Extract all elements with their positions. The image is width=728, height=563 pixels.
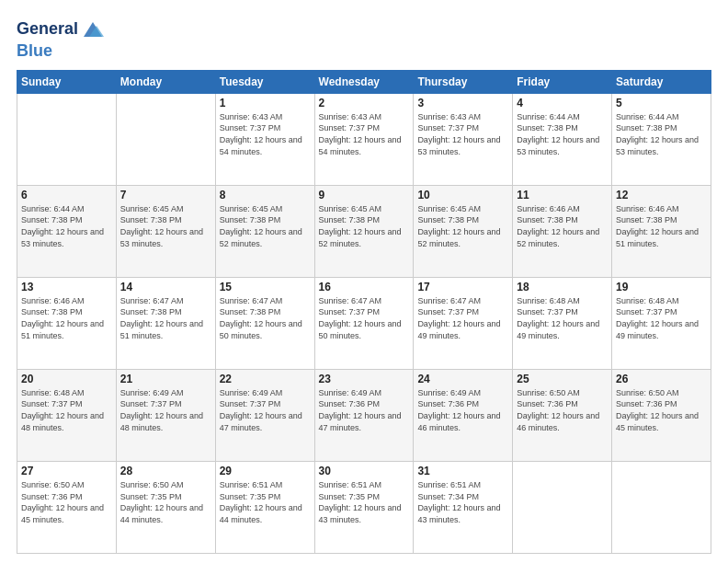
day-number: 30 (319, 465, 410, 477)
calendar-cell: 21Sunrise: 6:49 AMSunset: 7:37 PMDayligh… (116, 369, 215, 461)
day-number: 22 (220, 373, 311, 385)
day-number: 24 (417, 373, 508, 385)
calendar-week-2: 6Sunrise: 6:44 AMSunset: 7:38 PMDaylight… (17, 185, 711, 277)
calendar-week-1: 1Sunrise: 6:43 AMSunset: 7:37 PMDaylight… (17, 93, 711, 185)
header: General Blue (17, 17, 711, 61)
day-number: 9 (319, 189, 410, 201)
day-number: 29 (220, 465, 311, 477)
calendar-cell: 22Sunrise: 6:49 AMSunset: 7:37 PMDayligh… (215, 369, 314, 461)
calendar-header-saturday: Saturday (612, 70, 711, 93)
day-number: 2 (319, 97, 410, 109)
calendar-cell: 18Sunrise: 6:48 AMSunset: 7:37 PMDayligh… (513, 277, 612, 369)
calendar-cell: 8Sunrise: 6:45 AMSunset: 7:38 PMDaylight… (215, 185, 314, 277)
day-number: 6 (21, 189, 112, 201)
day-info: Sunrise: 6:47 AMSunset: 7:38 PMDaylight:… (120, 295, 211, 341)
calendar-cell: 19Sunrise: 6:48 AMSunset: 7:37 PMDayligh… (612, 277, 711, 369)
day-info: Sunrise: 6:49 AMSunset: 7:37 PMDaylight:… (220, 387, 311, 433)
calendar-cell: 10Sunrise: 6:45 AMSunset: 7:38 PMDayligh… (414, 185, 513, 277)
day-info: Sunrise: 6:45 AMSunset: 7:38 PMDaylight:… (120, 203, 211, 249)
day-info: Sunrise: 6:47 AMSunset: 7:37 PMDaylight:… (319, 295, 410, 341)
day-info: Sunrise: 6:48 AMSunset: 7:37 PMDaylight:… (21, 387, 112, 433)
calendar-cell: 23Sunrise: 6:49 AMSunset: 7:36 PMDayligh… (314, 369, 414, 461)
day-info: Sunrise: 6:43 AMSunset: 7:37 PMDaylight:… (319, 111, 410, 157)
day-info: Sunrise: 6:45 AMSunset: 7:38 PMDaylight:… (319, 203, 410, 249)
day-number: 7 (120, 189, 211, 201)
calendar-cell: 26Sunrise: 6:50 AMSunset: 7:36 PMDayligh… (612, 369, 711, 461)
calendar-cell: 3Sunrise: 6:43 AMSunset: 7:37 PMDaylight… (414, 93, 513, 185)
day-info: Sunrise: 6:48 AMSunset: 7:37 PMDaylight:… (517, 295, 608, 341)
calendar-cell (612, 461, 711, 553)
calendar-cell (17, 93, 117, 185)
day-info: Sunrise: 6:46 AMSunset: 7:38 PMDaylight:… (517, 203, 608, 249)
calendar-cell: 24Sunrise: 6:49 AMSunset: 7:36 PMDayligh… (414, 369, 513, 461)
day-info: Sunrise: 6:49 AMSunset: 7:36 PMDaylight:… (319, 387, 410, 433)
calendar-cell: 5Sunrise: 6:44 AMSunset: 7:38 PMDaylight… (612, 93, 711, 185)
calendar-cell: 6Sunrise: 6:44 AMSunset: 7:38 PMDaylight… (17, 185, 117, 277)
calendar-header-tuesday: Tuesday (215, 70, 314, 93)
day-number: 15 (220, 281, 311, 293)
day-number: 18 (517, 281, 608, 293)
day-number: 20 (21, 373, 112, 385)
day-number: 1 (220, 97, 311, 109)
logo-text: General (17, 20, 78, 39)
day-number: 10 (417, 189, 508, 201)
calendar: SundayMondayTuesdayWednesdayThursdayFrid… (17, 70, 711, 554)
day-info: Sunrise: 6:51 AMSunset: 7:35 PMDaylight:… (220, 479, 311, 525)
day-number: 11 (517, 189, 608, 201)
day-number: 13 (21, 281, 112, 293)
page: General Blue SundayMondayTuesdayWednesda… (0, 0, 728, 563)
calendar-cell: 25Sunrise: 6:50 AMSunset: 7:36 PMDayligh… (513, 369, 612, 461)
day-info: Sunrise: 6:51 AMSunset: 7:34 PMDaylight:… (417, 479, 508, 525)
day-number: 31 (417, 465, 508, 477)
day-number: 14 (120, 281, 211, 293)
day-number: 3 (417, 97, 508, 109)
calendar-cell: 13Sunrise: 6:46 AMSunset: 7:38 PMDayligh… (17, 277, 117, 369)
day-number: 25 (517, 373, 608, 385)
day-info: Sunrise: 6:47 AMSunset: 7:38 PMDaylight:… (220, 295, 311, 341)
day-number: 27 (21, 465, 112, 477)
calendar-cell: 28Sunrise: 6:50 AMSunset: 7:35 PMDayligh… (116, 461, 215, 553)
calendar-cell: 11Sunrise: 6:46 AMSunset: 7:38 PMDayligh… (513, 185, 612, 277)
calendar-cell: 16Sunrise: 6:47 AMSunset: 7:37 PMDayligh… (314, 277, 414, 369)
calendar-cell: 20Sunrise: 6:48 AMSunset: 7:37 PMDayligh… (17, 369, 117, 461)
calendar-cell: 30Sunrise: 6:51 AMSunset: 7:35 PMDayligh… (314, 461, 414, 553)
calendar-cell: 1Sunrise: 6:43 AMSunset: 7:37 PMDaylight… (215, 93, 314, 185)
calendar-cell: 9Sunrise: 6:45 AMSunset: 7:38 PMDaylight… (314, 185, 414, 277)
day-info: Sunrise: 6:44 AMSunset: 7:38 PMDaylight:… (21, 203, 112, 249)
calendar-cell: 12Sunrise: 6:46 AMSunset: 7:38 PMDayligh… (612, 185, 711, 277)
day-info: Sunrise: 6:50 AMSunset: 7:36 PMDaylight:… (616, 387, 707, 433)
logo-blue: Blue (17, 41, 52, 60)
calendar-week-3: 13Sunrise: 6:46 AMSunset: 7:38 PMDayligh… (17, 277, 711, 369)
day-info: Sunrise: 6:50 AMSunset: 7:36 PMDaylight:… (517, 387, 608, 433)
calendar-cell (116, 93, 215, 185)
day-info: Sunrise: 6:48 AMSunset: 7:37 PMDaylight:… (616, 295, 707, 341)
day-number: 26 (616, 373, 707, 385)
calendar-header-friday: Friday (513, 70, 612, 93)
day-number: 21 (120, 373, 211, 385)
calendar-cell: 7Sunrise: 6:45 AMSunset: 7:38 PMDaylight… (116, 185, 215, 277)
calendar-cell: 31Sunrise: 6:51 AMSunset: 7:34 PMDayligh… (414, 461, 513, 553)
day-info: Sunrise: 6:45 AMSunset: 7:38 PMDaylight:… (220, 203, 311, 249)
logo-icon (80, 17, 106, 42)
logo: General Blue (17, 17, 106, 61)
day-number: 23 (319, 373, 410, 385)
calendar-header-wednesday: Wednesday (314, 70, 414, 93)
day-number: 19 (616, 281, 707, 293)
day-number: 16 (319, 281, 410, 293)
day-number: 4 (517, 97, 608, 109)
calendar-cell: 14Sunrise: 6:47 AMSunset: 7:38 PMDayligh… (116, 277, 215, 369)
calendar-header-thursday: Thursday (414, 70, 513, 93)
calendar-header-sunday: Sunday (17, 70, 117, 93)
day-number: 17 (417, 281, 508, 293)
day-info: Sunrise: 6:44 AMSunset: 7:38 PMDaylight:… (616, 111, 707, 157)
day-info: Sunrise: 6:49 AMSunset: 7:36 PMDaylight:… (417, 387, 508, 433)
day-info: Sunrise: 6:46 AMSunset: 7:38 PMDaylight:… (21, 295, 112, 341)
calendar-header-row: SundayMondayTuesdayWednesdayThursdayFrid… (17, 70, 711, 93)
day-number: 12 (616, 189, 707, 201)
day-info: Sunrise: 6:46 AMSunset: 7:38 PMDaylight:… (616, 203, 707, 249)
day-info: Sunrise: 6:49 AMSunset: 7:37 PMDaylight:… (120, 387, 211, 433)
calendar-week-4: 20Sunrise: 6:48 AMSunset: 7:37 PMDayligh… (17, 369, 711, 461)
day-info: Sunrise: 6:43 AMSunset: 7:37 PMDaylight:… (417, 111, 508, 157)
calendar-header-monday: Monday (116, 70, 215, 93)
calendar-cell: 2Sunrise: 6:43 AMSunset: 7:37 PMDaylight… (314, 93, 414, 185)
